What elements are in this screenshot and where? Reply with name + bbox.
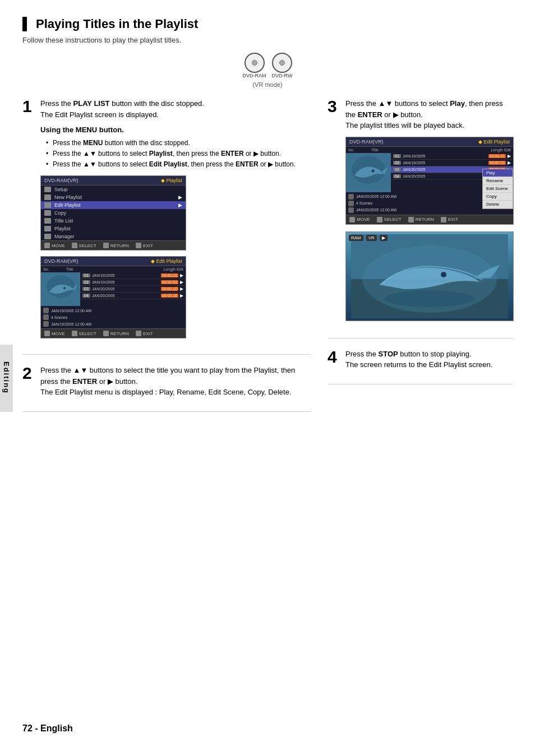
step-1-subheading: Using the MENU button. [40, 124, 311, 136]
bookmark3-icon [348, 194, 354, 200]
context-menu-play[interactable]: Play [483, 169, 513, 177]
info-row-scenes: 4 Scenes [43, 314, 183, 321]
menu-row-setup: Setup [41, 185, 186, 193]
setup-icon [44, 187, 51, 192]
new-playlist-arrow: ▶ [178, 194, 182, 200]
footer3-return: RETURN [408, 217, 434, 222]
context-menu-copy[interactable]: Copy [483, 193, 513, 201]
step-2-text: Press the ▲▼ buttons to select the title… [40, 365, 311, 398]
screen2-info: JAN/19/2005 12:00 AM 4 Scenes JAN/19/200… [41, 306, 186, 328]
menu-row-title-list: Title List [41, 217, 186, 225]
dvd-screen-1-footer: MOVE SELECT RETURN EXIT [41, 240, 186, 250]
clock3-icon [348, 207, 354, 213]
video-toolbar: RAM VR ▶ [349, 235, 388, 241]
playlist-row-4: 04 JAN/20/2005 00:00:16 ▶ [80, 293, 186, 299]
scenes3-icon [348, 201, 354, 206]
return-icon [103, 243, 109, 248]
dvd-rw-circle [272, 53, 292, 73]
dvd-ram-icon: DVD-RAM [243, 53, 266, 78]
footer3-exit: EXIT [441, 217, 458, 222]
return3-icon [408, 217, 414, 222]
step-3-content: Press the ▲▼ buttons to select Play, the… [345, 98, 514, 328]
step-1-text: Press the PLAY LIST button with the disc… [40, 98, 311, 120]
menu-row-copy: Copy [41, 209, 186, 217]
left-column: 1 Press the PLAY LIST button with the di… [22, 98, 311, 422]
footer-select: SELECT [72, 243, 96, 248]
screen3-header-left: DVD-RAM(VR) [349, 139, 384, 145]
step-2-number: 2 [22, 365, 34, 401]
timer-icon [44, 194, 51, 200]
divider-4 [328, 384, 513, 384]
screen2-playlist: 01 JAN/19/2005 00:00:21 ▶ 02 JAN/19/2005… [80, 272, 186, 306]
context-menu: Play Rename Edit Scene Copy Delete [482, 169, 513, 209]
dolphin-video [351, 234, 508, 318]
divider-3 [328, 338, 513, 338]
move2-icon [44, 331, 50, 336]
step-3: 3 Press the ▲▼ buttons to select Play, t… [328, 98, 513, 328]
manager-icon [44, 234, 51, 239]
divider-1 [22, 354, 311, 355]
dvd-screen-2-body: 01 JAN/19/2005 00:00:21 ▶ 02 JAN/19/2005… [41, 272, 186, 306]
dvd-screen-2-header: DVD-RAM(VR) ◆ Edit Playlist [41, 257, 186, 266]
screen2-columns: No. Title Length Edit [41, 266, 186, 272]
playlist-row-3: 03 JAN/20/2005 00:00:10 ▶ [80, 286, 186, 293]
screen3-columns: No. Title Length Edit [346, 147, 513, 153]
step-1-bold: PLAY LIST [73, 99, 110, 108]
return2-icon [103, 331, 109, 336]
context-menu-delete[interactable]: Delete [483, 201, 513, 208]
scenes-icon [43, 314, 49, 320]
video-player-inner: RAM VR ▶ [346, 232, 513, 321]
vr-mode-label: (VR mode) [22, 81, 513, 88]
screen1-header-left: DVD-RAM(VR) [44, 178, 79, 183]
dvd-screen-2: DVD-RAM(VR) ◆ Edit Playlist No. Title Le… [40, 256, 186, 338]
step-4: 4 Press the STOP button to stop playing.… [328, 349, 513, 374]
select-icon [72, 243, 77, 248]
svg-point-10 [385, 290, 474, 307]
footer2-select: SELECT [72, 331, 96, 336]
side-label: Editing [0, 345, 13, 412]
menu-row-timer: New Playlist ▶ [41, 193, 186, 201]
play-icon: ▶ [380, 235, 388, 241]
page-title: Playing Titles in the Playlist [22, 17, 513, 31]
page-footer: 72 - English [22, 723, 73, 734]
dvd-screen-3: DVD-RAM(VR) ◆ Edit Playlist No. Title Le… [345, 137, 514, 225]
dolphin-image-1 [41, 272, 80, 306]
dvd-rw-icon: DVD-RW [272, 53, 293, 78]
dolphin-image-2 [346, 153, 391, 192]
move-icon [44, 243, 50, 248]
move3-icon [349, 217, 355, 222]
step-2-content: Press the ▲▼ buttons to select the title… [40, 365, 311, 401]
svg-point-9 [441, 272, 446, 277]
screen2-header-right: ◆ Edit Playlist [151, 258, 182, 264]
svg-point-5 [372, 169, 375, 172]
bullet-1: Press the MENU button with the disc stop… [46, 138, 311, 149]
screen3-row-1: 01 JAN/19/2005 00:00:21 ▶ [391, 153, 513, 160]
step-2: 2 Press the ▲▼ buttons to select the tit… [22, 365, 311, 401]
step-1-content: Press the PLAY LIST button with the disc… [40, 98, 311, 344]
context-menu-rename[interactable]: Rename [483, 177, 513, 185]
bookmark-icon [43, 308, 49, 313]
step-4-content: Press the STOP button to stop playing. T… [345, 349, 513, 374]
step-1-bullets: Press the MENU button with the disc stop… [40, 138, 311, 170]
footer3-select: SELECT [377, 217, 402, 222]
step-4-text: Press the STOP button to stop playing. T… [345, 349, 513, 370]
bullet-3: Press the ▲▼ buttons to select Edit Play… [46, 159, 311, 170]
menu-row-edit-playlist: Edit Playlist ▶ [41, 201, 186, 209]
clock-icon [43, 321, 49, 327]
dvd-ram-circle [245, 53, 265, 73]
vr-label: VR [366, 235, 377, 241]
screen2-header-left: DVD-RAM(VR) [44, 258, 79, 264]
dvd-screen-3-header: DVD-RAM(VR) ◆ Edit Playlist [346, 137, 513, 147]
context-menu-edit-scene[interactable]: Edit Scene [483, 185, 513, 193]
screen1-header-right: ◆ Playlist [161, 178, 182, 183]
playlist-row-2: 02 JAN/19/2005 00:00:03 ▶ [80, 279, 186, 286]
menu-row-playlist: Playlist [41, 225, 186, 233]
dvd-screen-1-header: DVD-RAM(VR) ◆ Playlist [41, 176, 186, 185]
footer3-move: MOVE [349, 217, 370, 222]
screen3-thumbnail [346, 153, 391, 192]
page-subtitle: Follow these instructions to play the pl… [22, 36, 513, 44]
info-row-date: JAN/19/2005 12:00 AM [43, 307, 183, 314]
screen2-thumbnail [41, 272, 80, 306]
step-3-number: 3 [328, 98, 339, 328]
svg-point-2 [63, 287, 66, 289]
